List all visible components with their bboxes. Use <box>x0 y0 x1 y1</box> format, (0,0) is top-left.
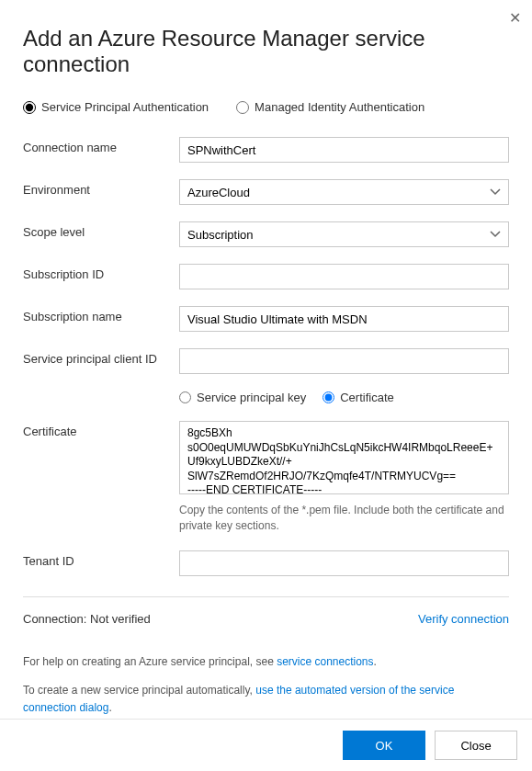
environment-label: Environment <box>23 179 179 197</box>
subscription-id-input[interactable] <box>179 264 509 289</box>
radio-spn-auth[interactable]: Service Principal Authentication <box>23 100 209 114</box>
auth-mode-radios: Service Principal Authentication Managed… <box>23 100 509 114</box>
scope-level-select[interactable]: Subscription <box>179 221 509 247</box>
subscription-name-label: Subscription name <box>23 306 179 323</box>
verify-connection-link[interactable]: Verify connection <box>418 612 509 626</box>
help-info-2: To create a new service principal automa… <box>23 682 509 717</box>
help-1-prefix: For help on creating an Azure service pr… <box>23 655 277 668</box>
verify-row: Connection: Not verified Verify connecti… <box>23 612 509 626</box>
spn-client-id-input[interactable] <box>179 348 509 374</box>
radio-mi-auth[interactable]: Managed Identity Authentication <box>236 100 424 114</box>
connection-status-prefix: Connection: <box>23 612 86 626</box>
radio-spn-key-input[interactable] <box>179 391 191 403</box>
radio-mi-auth-label: Managed Identity Authentication <box>255 100 424 114</box>
certificate-help-text: Copy the contents of the *.pem file. Inc… <box>179 503 509 534</box>
help-1-suffix: . <box>374 655 377 668</box>
spn-client-id-label: Service principal client ID <box>23 348 179 366</box>
divider <box>23 596 509 597</box>
tenant-id-label: Tenant ID <box>23 550 179 568</box>
environment-select[interactable]: AzureCloud <box>179 179 509 205</box>
close-button[interactable]: Close <box>435 731 517 760</box>
dialog-footer: OK Close <box>0 719 532 771</box>
connection-status: Connection: Not verified <box>23 612 151 626</box>
connection-name-input[interactable] <box>179 137 509 163</box>
radio-spn-key[interactable]: Service principal key <box>179 391 306 404</box>
connection-name-label: Connection name <box>23 137 179 154</box>
tenant-id-input[interactable] <box>179 550 509 576</box>
service-connections-link[interactable]: service connections <box>277 655 373 668</box>
dialog-title: Add an Azure Resource Manager service co… <box>23 26 509 77</box>
close-icon[interactable]: ✕ <box>509 9 521 27</box>
certificate-textarea[interactable] <box>179 421 509 494</box>
connection-status-value: Not verified <box>90 612 151 626</box>
subscription-id-label: Subscription ID <box>23 264 179 281</box>
certificate-label: Certificate <box>23 421 179 438</box>
radio-spn-auth-input[interactable] <box>23 101 36 114</box>
radio-certificate-input[interactable] <box>323 391 334 403</box>
help-info-1: For help on creating an Azure service pr… <box>23 653 509 671</box>
subscription-name-input[interactable] <box>179 306 509 332</box>
radio-certificate[interactable]: Certificate <box>323 391 394 404</box>
radio-mi-auth-input[interactable] <box>236 101 249 114</box>
radio-certificate-label: Certificate <box>340 391 394 404</box>
help-2-suffix: . <box>108 701 111 714</box>
credential-type-radios: Service principal key Certificate <box>23 391 509 404</box>
ok-button[interactable]: OK <box>343 731 425 760</box>
help-2-prefix: To create a new service principal automa… <box>23 684 255 697</box>
radio-spn-key-label: Service principal key <box>197 391 306 404</box>
scope-level-label: Scope level <box>23 221 179 239</box>
radio-spn-auth-label: Service Principal Authentication <box>41 100 209 114</box>
